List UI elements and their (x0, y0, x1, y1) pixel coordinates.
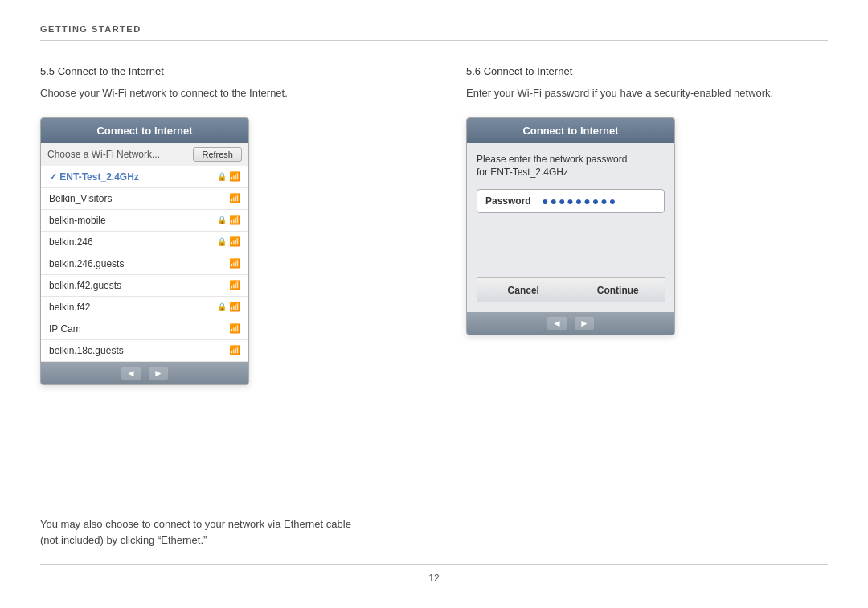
wifi-network-name: IP Cam (49, 323, 229, 335)
wifi-network-name: belkin.246.guests (49, 258, 229, 269)
footer-note: You may also choose to connect to your n… (40, 516, 442, 548)
wifi-signal-icon: 📶 (229, 345, 240, 355)
header-divider (40, 40, 828, 41)
left-column: 5.5 Connect to the Internet Choose your … (40, 65, 434, 500)
wifi-item[interactable]: belkin-mobile🔒📶 (41, 210, 248, 232)
wifi-signal-icon: 📶 (229, 258, 240, 269)
check-mark-icon: ✓ (49, 171, 59, 183)
footer-line2: (not included) by clicking “Ethernet.” (40, 534, 207, 546)
right-dialog-bottom-bar: ◄ ► (467, 312, 674, 335)
pw-desc-line2: for ENT-Test_2.4GHz (477, 166, 568, 178)
wifi-item[interactable]: belkin.18c.guests📶 (41, 340, 248, 362)
footer: You may also choose to connect to your n… (40, 500, 828, 584)
wifi-signal-icon: 📶 (229, 193, 240, 203)
wifi-list: ✓ ENT-Test_2.4GHz🔒📶Belkin_Visitors📶belki… (41, 166, 248, 362)
back-arrow-icon[interactable]: ◄ (121, 367, 141, 380)
left-dialog-bottom-bar: ◄ ► (41, 362, 248, 384)
lock-icon: 🔒 (217, 237, 227, 246)
wifi-signal-icon: 📶 (229, 280, 240, 290)
wifi-item[interactable]: ✓ ENT-Test_2.4GHz🔒📶 (41, 166, 248, 188)
wifi-signal-icon: 📶 (229, 302, 240, 312)
wifi-network-name: belkin.246 (49, 236, 217, 248)
lock-icon: 🔒 (217, 302, 227, 311)
wifi-network-name: belkin.f42.guests (49, 280, 229, 291)
right-forward-arrow-icon[interactable]: ► (575, 317, 594, 330)
wifi-item[interactable]: IP Cam📶 (41, 318, 248, 340)
wifi-placeholder-text: Choose a Wi-Fi Network... (47, 149, 160, 160)
content-area: 5.5 Connect to the Internet Choose your … (40, 65, 828, 500)
section-title: GETTING STARTED (40, 24, 828, 34)
pw-desc-line1: Please enter the network password (477, 154, 627, 165)
left-dialog: Connect to Internet Choose a Wi-Fi Netwo… (40, 117, 249, 385)
lock-icon: 🔒 (217, 216, 227, 224)
right-description: Enter your Wi-Fi password if you have a … (466, 85, 828, 101)
wifi-network-name: Belkin_Visitors (49, 193, 229, 204)
page: GETTING STARTED 5.5 Connect to the Inter… (0, 0, 868, 608)
right-dialog-title: Connect to Internet (467, 118, 674, 143)
wifi-signal-icon: 📶 (229, 215, 240, 225)
left-description: Choose your Wi-Fi network to connect to … (40, 85, 402, 101)
wifi-item[interactable]: belkin.f42.guests📶 (41, 275, 248, 297)
wifi-signal-icon: 📶 (229, 236, 240, 247)
password-field-row[interactable]: Password ●●●●●●●●● (477, 189, 665, 213)
wifi-signal-icon: 📶 (229, 323, 240, 334)
cancel-button[interactable]: Cancel (477, 278, 571, 302)
left-dialog-toolbar: Choose a Wi-Fi Network... Refresh (41, 143, 248, 166)
wifi-network-name: belkin.18c.guests (49, 345, 229, 356)
wifi-item[interactable]: belkin.246🔒📶 (41, 232, 248, 253)
footer-line1: You may also choose to connect to your n… (40, 518, 351, 530)
wifi-network-name: belkin-mobile (49, 215, 217, 226)
pw-label: Password (485, 195, 534, 207)
lock-icon: 🔒 (217, 172, 227, 181)
right-dialog-body: Please enter the network password for EN… (467, 143, 674, 313)
pw-dots: ●●●●●●●●● (542, 195, 617, 207)
left-dialog-title: Connect to Internet (41, 118, 248, 143)
wifi-network-name: belkin.f42 (49, 302, 217, 313)
right-column: 5.6 Connect to Internet Enter your Wi-Fi… (434, 65, 828, 500)
dialog-buttons: Cancel Continue (477, 277, 665, 302)
right-back-arrow-icon[interactable]: ◄ (547, 317, 567, 330)
page-number: 12 (40, 573, 828, 584)
footer-divider (40, 564, 828, 565)
left-sub-heading: 5.5 Connect to the Internet (40, 65, 402, 77)
right-dialog: Connect to Internet Please enter the net… (466, 117, 675, 336)
refresh-button[interactable]: Refresh (193, 147, 242, 162)
wifi-item[interactable]: Belkin_Visitors📶 (41, 188, 248, 210)
right-sub-heading: 5.6 Connect to Internet (466, 65, 828, 77)
wifi-item[interactable]: belkin.f42🔒📶 (41, 297, 248, 318)
wifi-item[interactable]: belkin.246.guests📶 (41, 253, 248, 275)
wifi-signal-icon: 📶 (229, 171, 240, 182)
wifi-network-name: ✓ ENT-Test_2.4GHz (49, 171, 217, 183)
page-header: GETTING STARTED (40, 24, 828, 57)
continue-button[interactable]: Continue (571, 278, 665, 302)
forward-arrow-icon[interactable]: ► (149, 367, 168, 380)
pw-description: Please enter the network password for EN… (477, 153, 665, 180)
